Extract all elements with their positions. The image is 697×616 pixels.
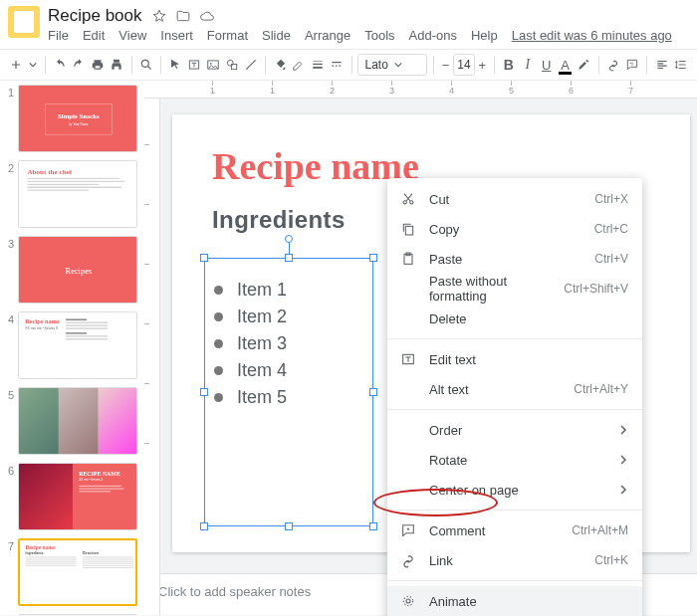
svg-point-0 [141,60,148,67]
thumb-slide-3[interactable]: 3Recipes [4,236,142,304]
resize-handle-s[interactable] [285,522,293,530]
insert-link-button[interactable] [605,54,622,76]
vertical-ruler[interactable] [144,99,160,615]
cm-alt-text[interactable]: Alt text Ctrl+Alt+Y [387,374,642,404]
cm-paste-without-formatting[interactable]: Paste without formatting Ctrl+Shift+V [387,274,642,304]
thumb-slide-2[interactable]: 2About the chef [4,160,142,228]
cm-center-on-page[interactable]: Center on page [387,475,642,505]
image-button[interactable] [205,54,222,76]
horizontal-ruler[interactable]: 1 1 2 3 4 5 6 7 [144,81,697,99]
italic-button[interactable]: I [519,54,536,76]
menu-view[interactable]: View [118,28,146,43]
cm-delete[interactable]: Delete [387,304,642,333]
paste-icon [399,250,417,268]
move-folder-icon[interactable] [176,9,190,23]
resize-handle-ne[interactable] [369,254,377,262]
menu-tools[interactable]: Tools [364,28,394,43]
align-button[interactable] [653,54,670,76]
cm-rotate[interactable]: Rotate [387,445,642,475]
comment-icon [399,521,417,539]
zoom-button[interactable] [137,54,154,76]
font-family-value: Lato [364,58,387,72]
highlight-color-button[interactable] [576,54,592,76]
cm-animate[interactable]: Animate [387,586,642,616]
toolbar: Lato − 14 + B I U A [0,49,697,81]
list-item[interactable]: Item 4 [214,360,287,381]
cm-order[interactable]: Order [387,415,642,445]
resize-handle-e[interactable] [369,388,377,396]
select-tool-button[interactable] [167,54,184,76]
thumb-slide-4[interactable]: 4Recipe nameXX min est • Serves X [4,311,142,379]
resize-handle-se[interactable] [369,522,377,530]
list-item[interactable]: Item 3 [214,333,287,354]
thumb-slide-5[interactable]: 5 [4,387,142,455]
resize-handle-nw[interactable] [200,254,208,262]
new-slide-button[interactable] [8,54,25,76]
copy-icon [399,220,417,238]
resize-handle-n[interactable] [285,254,293,262]
speaker-notes-placeholder: Click to add speaker notes [158,584,311,599]
menu-bar: File Edit View Insert Format Slide Arran… [48,28,672,43]
paint-format-button[interactable] [109,54,125,76]
svg-point-4 [227,60,233,66]
undo-button[interactable] [52,54,69,76]
document-title[interactable]: Recipe book [48,6,142,26]
border-weight-button[interactable] [310,54,327,76]
thumb-slide-8[interactable]: 8Contact [4,614,142,615]
cm-copy[interactable]: Copy Ctrl+C [387,214,642,244]
menu-arrange[interactable]: Arrange [305,28,350,43]
thumb-slide-7[interactable]: 7Recipe nameIngredientsDirections [4,538,142,606]
thumb-slide-6[interactable]: 6RECIPE NAMEXX min • Serves X [4,463,142,530]
slides-logo[interactable] [8,6,40,38]
menu-file[interactable]: File [48,28,69,43]
menu-addons[interactable]: Add-ons [409,28,457,43]
cloud-status-icon[interactable] [200,9,214,23]
line-button[interactable] [242,54,259,76]
last-edit-link[interactable]: Last edit was 6 minutes ago [512,28,672,43]
textbox-button[interactable] [186,54,203,76]
menu-help[interactable]: Help [471,28,498,43]
font-family-select[interactable]: Lato [357,54,427,76]
cm-cut[interactable]: Cut Ctrl+X [387,184,642,214]
ingredients-list[interactable]: Item 1 Item 2 Item 3 Item 4 Item 5 [214,274,287,414]
font-size-input[interactable]: 14 [453,54,475,76]
slide-filmstrip[interactable]: 1Simple Snacksby Your Name 2About the ch… [0,81,144,615]
list-item[interactable]: Item 2 [214,307,287,327]
bold-button[interactable]: B [500,54,517,76]
line-spacing-button[interactable] [672,54,689,76]
shape-button[interactable] [224,54,241,76]
redo-button[interactable] [71,54,88,76]
menu-format[interactable]: Format [207,28,248,43]
svg-point-6 [403,201,406,204]
cm-edit-text[interactable]: Edit text [387,344,642,374]
text-color-button[interactable]: A [557,54,574,76]
font-size-increase[interactable]: + [477,54,488,76]
new-slide-dropdown[interactable] [27,61,39,69]
cm-link[interactable]: Link Ctrl+K [387,545,642,575]
resize-handle-w[interactable] [200,388,208,396]
list-item[interactable]: Item 1 [214,280,287,301]
font-size-decrease[interactable]: − [440,54,451,76]
insert-comment-button[interactable] [624,54,641,76]
chevron-right-icon [618,423,628,438]
menu-slide[interactable]: Slide [262,28,291,43]
svg-point-7 [410,201,413,204]
border-color-button[interactable] [291,54,308,76]
underline-button[interactable]: U [538,54,555,76]
thumb-slide-1[interactable]: 1Simple Snacksby Your Name [4,85,142,152]
cm-comment[interactable]: Comment Ctrl+Alt+M [387,515,642,545]
print-button[interactable] [90,54,107,76]
resize-handle-sw[interactable] [200,522,208,530]
svg-point-3 [210,63,212,65]
cm-paste[interactable]: Paste Ctrl+V [387,244,642,274]
rotate-handle[interactable] [285,235,293,243]
chevron-right-icon [618,483,628,498]
border-dash-button[interactable] [329,54,346,76]
star-icon[interactable] [152,9,166,23]
context-menu: Cut Ctrl+X Copy Ctrl+C Paste Ctrl+V Past… [387,178,642,616]
fill-color-button[interactable] [272,54,289,76]
menu-insert[interactable]: Insert [160,28,193,43]
list-item[interactable]: Item 5 [214,387,287,408]
cut-icon [399,190,417,208]
menu-edit[interactable]: Edit [83,28,105,43]
